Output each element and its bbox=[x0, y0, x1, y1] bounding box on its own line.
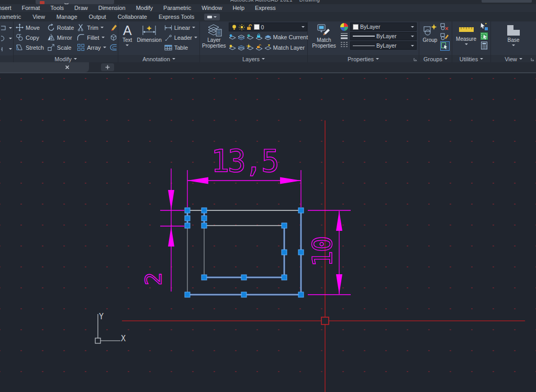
table-label: Table bbox=[174, 44, 188, 51]
match-properties-button[interactable]: Match Properties bbox=[310, 23, 338, 55]
linetype-dropdown[interactable]: ByLayer bbox=[350, 41, 417, 50]
move-label: Move bbox=[26, 25, 40, 31]
panel-label-layers[interactable]: Layers bbox=[200, 55, 307, 63]
layer-on-off-button[interactable] bbox=[229, 44, 236, 51]
panel-label-modify[interactable]: Modify bbox=[14, 55, 118, 63]
group-edit-button[interactable] bbox=[440, 32, 449, 40]
tab-parametric[interactable]: Parametric bbox=[0, 12, 27, 21]
tab-view[interactable]: View bbox=[27, 12, 51, 21]
stretch-label: Stretch bbox=[26, 44, 44, 51]
ucs-x-label: X bbox=[121, 334, 126, 343]
layer-freeze-button[interactable] bbox=[247, 33, 254, 41]
draw-rectangle-button[interactable] bbox=[1, 23, 12, 33]
tab-express-tools[interactable]: Express Tools bbox=[153, 12, 200, 21]
menu-express[interactable]: Express bbox=[250, 4, 281, 12]
copy-button[interactable]: Copy bbox=[16, 32, 44, 42]
linetype-icon[interactable] bbox=[340, 41, 348, 48]
stretch-button[interactable]: Stretch bbox=[16, 42, 44, 52]
new-tab-button[interactable] bbox=[101, 63, 114, 71]
dimension-width[interactable]: 13,5 bbox=[187, 143, 301, 207]
dim-arrow-up-outer bbox=[168, 227, 174, 247]
quick-calc-button[interactable] bbox=[480, 41, 488, 50]
layer-properties-button[interactable]: Layer Properties bbox=[202, 23, 226, 55]
measure-button[interactable]: Measure bbox=[454, 23, 478, 55]
panel-label-view[interactable]: View bbox=[491, 55, 536, 63]
dimension-offset[interactable]: 2 bbox=[141, 169, 184, 292]
panel-label-annotation[interactable]: Annotation bbox=[118, 55, 199, 63]
lineweight-icon[interactable] bbox=[340, 32, 348, 39]
leader-button[interactable]: Leader bbox=[164, 32, 197, 42]
trim-button[interactable]: Trim bbox=[77, 23, 106, 32]
menu-window[interactable]: Window bbox=[196, 4, 227, 12]
tab-output[interactable]: Output bbox=[83, 12, 112, 21]
layer-unisolate-button[interactable] bbox=[238, 44, 245, 51]
id-point-button[interactable] bbox=[480, 23, 488, 31]
linear-button[interactable]: Linear bbox=[164, 23, 197, 32]
tab-collaborate[interactable]: Collaborate bbox=[112, 12, 153, 21]
close-tab-icon[interactable] bbox=[65, 65, 70, 70]
layer-off-button[interactable] bbox=[229, 33, 236, 41]
fillet-button[interactable]: Fillet bbox=[77, 32, 106, 42]
infocenter-search[interactable] bbox=[482, 0, 532, 3]
menu-insert[interactable]: Insert bbox=[0, 4, 17, 12]
selection-grips[interactable] bbox=[185, 208, 304, 297]
menu-format[interactable]: Format bbox=[17, 4, 46, 12]
object-color-dropdown[interactable]: ByLayer bbox=[350, 23, 417, 31]
ribbon: Move Copy Stretch bbox=[0, 21, 536, 63]
dimension-button[interactable]: Dimension bbox=[137, 23, 161, 55]
panel-utilities: Measure Utilities bbox=[452, 21, 491, 63]
color-wheel-icon[interactable] bbox=[340, 23, 348, 31]
panel-launcher-icon[interactable] bbox=[414, 58, 417, 61]
menu-draw[interactable]: Draw bbox=[69, 4, 93, 12]
drawing-file-tab[interactable] bbox=[0, 62, 89, 72]
offset-button[interactable] bbox=[109, 42, 118, 52]
group-selection-toggle-button[interactable] bbox=[440, 41, 450, 51]
panel-launcher-icon[interactable] bbox=[531, 58, 534, 61]
match-layer-button[interactable]: Match Layer bbox=[273, 44, 305, 51]
panel-label-properties[interactable]: Properties bbox=[308, 55, 419, 63]
panel-label-draw[interactable] bbox=[0, 55, 13, 63]
menu-modify[interactable]: Modify bbox=[131, 4, 158, 12]
arc-icon bbox=[1, 46, 7, 52]
array-button[interactable]: Array bbox=[77, 42, 106, 52]
draw-arc-button[interactable] bbox=[1, 44, 12, 54]
rotate-button[interactable]: Rotate bbox=[47, 23, 74, 32]
quick-select-button[interactable] bbox=[480, 32, 488, 40]
match-properties-label: Match Properties bbox=[310, 37, 338, 49]
draw-circle-button[interactable] bbox=[1, 33, 12, 43]
chevron-down-icon bbox=[172, 58, 175, 61]
menu-tools[interactable]: Tools bbox=[45, 4, 69, 12]
lineweight-dropdown[interactable]: ByLayer bbox=[350, 32, 417, 40]
drawing-canvas[interactable]: 13,5 10 2 bbox=[0, 73, 536, 392]
group-button[interactable]: Group bbox=[421, 23, 439, 55]
layer-thaw-button[interactable] bbox=[247, 44, 254, 51]
layer-isolate-button[interactable] bbox=[238, 33, 245, 41]
layer-lock-button[interactable] bbox=[255, 33, 263, 41]
erase-button[interactable] bbox=[109, 23, 118, 32]
mirror-button[interactable]: Mirror bbox=[47, 32, 74, 42]
scale-button[interactable]: Scale bbox=[47, 42, 74, 52]
chevron-down-icon bbox=[302, 26, 305, 29]
measure-label: Measure bbox=[456, 36, 476, 42]
panel-label-groups[interactable]: Groups bbox=[419, 55, 452, 63]
move-button[interactable]: Move bbox=[16, 23, 44, 32]
menu-dimension[interactable]: Dimension bbox=[93, 4, 131, 12]
explode-button[interactable] bbox=[109, 32, 118, 42]
chevron-down-icon bbox=[214, 16, 217, 19]
table-button[interactable]: Table bbox=[164, 42, 197, 52]
text-button[interactable]: A Text bbox=[120, 23, 134, 55]
make-current-button[interactable]: Make Current bbox=[273, 34, 308, 40]
chevron-down-icon bbox=[512, 44, 515, 48]
tab-manage[interactable]: Manage bbox=[51, 12, 83, 21]
group-label: Group bbox=[423, 37, 438, 43]
ungroup-button[interactable] bbox=[440, 23, 449, 31]
quick-access-toolbar[interactable] bbox=[36, 0, 114, 4]
layer-dropdown[interactable]: 0 bbox=[229, 23, 307, 31]
menu-help[interactable]: Help bbox=[227, 4, 250, 12]
panel-label-utilities[interactable]: Utilities bbox=[452, 55, 490, 63]
base-button[interactable]: Base bbox=[500, 23, 527, 55]
dimension-height[interactable]: 10 bbox=[307, 210, 351, 295]
menu-parametric[interactable]: Parametric bbox=[158, 4, 196, 12]
ribbon-display-toggle-button[interactable] bbox=[204, 14, 220, 20]
layer-unlock-button[interactable] bbox=[255, 44, 263, 51]
